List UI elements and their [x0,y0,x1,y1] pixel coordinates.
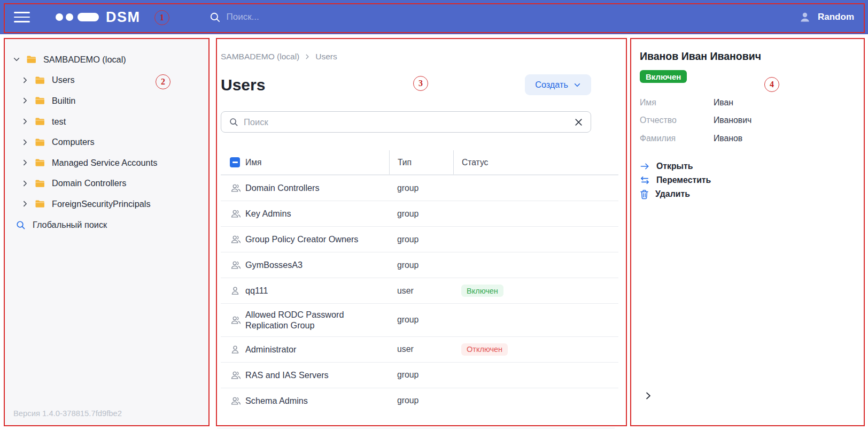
logo-dot-icon [66,13,73,21]
table-row[interactable]: Administrator user Отключен [221,336,618,362]
global-search-label: Глобальный поиск [33,220,107,230]
page-title: Users [221,76,265,94]
chevron-right-icon[interactable] [21,139,29,146]
chevron-right-icon[interactable] [21,159,29,166]
row-type: user [397,286,414,296]
details-panel: Иванов Иван Иванович Включен Имя Иван От… [630,38,865,426]
group-icon [230,370,245,380]
arrow-right-icon [640,162,650,171]
sidebar-panel: SAMBADEMO (local) Users Builtin test Com [4,38,210,426]
tree-item-foreign-security-principals[interactable]: ForeignSecurityPrincipals [5,194,208,214]
table-row[interactable]: qq111 user Включен [221,278,618,303]
row-type: user [397,344,414,354]
tree-item-computers[interactable]: Computers [5,132,208,152]
chevron-right-icon[interactable] [21,76,29,84]
column-header-type[interactable]: Тип [389,150,453,174]
clear-search-icon[interactable] [574,118,583,127]
chevron-down-icon [574,81,581,89]
field-label: Отчество [640,116,714,125]
tree-item-label: Computers [52,137,95,147]
folder-icon [35,117,45,126]
move-action-label: Переместить [656,175,711,185]
field-value: Иванович [714,116,751,125]
field-value: Иван [714,98,733,107]
folder-icon [35,158,45,167]
folder-icon [35,76,45,85]
breadcrumb: SAMBADEMO (local) Users [221,52,626,62]
move-action[interactable]: Переместить [640,175,864,185]
tree-item-test[interactable]: test [5,111,208,132]
table-row[interactable]: RAS and IAS Servers group [221,362,618,388]
open-action-label: Открыть [656,162,693,171]
swap-icon [640,176,650,185]
trash-icon [640,189,649,199]
row-name: Administrator [245,339,303,360]
table-search-input[interactable] [244,117,574,127]
row-type: group [397,396,418,405]
column-header-status[interactable]: Статус [453,150,618,174]
status-badge: Включен [461,285,503,297]
select-all-checkbox[interactable] [230,157,240,167]
tree-item-users[interactable]: Users [5,70,208,91]
chevron-right-icon[interactable] [21,200,29,208]
chevron-right-icon[interactable] [21,97,29,104]
field-label: Фамилия [640,134,714,143]
row-name: Group Policy Creator Owners [245,228,365,250]
delete-action[interactable]: Удалить [640,189,864,199]
table-row[interactable]: Schema Admins group [221,388,618,413]
user-menu[interactable]: Random [799,11,854,24]
row-name: Schema Admins [245,390,314,411]
breadcrumb-root[interactable]: SAMBADEMO (local) [221,52,299,62]
create-button-label: Создать [535,80,568,90]
row-name: qq111 [245,280,275,301]
row-type: group [397,183,418,193]
table-row[interactable]: Domain Controllers group [221,175,618,201]
table-row[interactable]: GymBossesA3 group [221,252,618,278]
search-icon [229,117,238,127]
user-name: Random [818,12,854,22]
column-header-name[interactable]: Имя [245,158,389,167]
group-icon [230,209,245,219]
group-icon [230,315,245,325]
tree-item-managed-service-accounts[interactable]: Managed Service Accounts [5,152,208,173]
chevron-right-icon[interactable] [21,118,29,125]
row-type: group [397,209,418,219]
search-icon [209,11,221,23]
logo-pill-icon [78,13,99,21]
status-badge: Отключен [461,343,508,356]
details-fields: Имя Иван Отчество Иванович Фамилия Ивано… [640,94,864,148]
tree-item-label: Managed Service Accounts [52,158,157,168]
chevron-right-icon[interactable] [21,180,29,187]
details-actions: Открыть Переместить Удалить [640,162,864,199]
chevron-down-icon[interactable] [13,56,20,63]
folder-icon [35,199,45,208]
hamburger-menu-icon[interactable] [14,12,30,22]
create-button[interactable]: Создать [525,74,591,95]
table-row[interactable]: Allowed RODC Password Replication Group … [221,303,618,336]
divider [217,428,615,428]
open-action[interactable]: Открыть [640,162,864,171]
status-badge: Включен [640,70,687,83]
screen: DSM Random SAMBADEMO (local) Users [0,0,868,430]
folder-icon [35,138,45,147]
tree-item-domain-controllers[interactable]: Domain Controllers [5,173,208,194]
table-search-box [221,111,591,133]
table-row[interactable]: Group Policy Creator Owners group [221,226,618,252]
row-name: GymBossesA3 [245,254,309,275]
row-name: Allowed RODC Password Replication Group [245,304,368,336]
sidebar-item-global-search[interactable]: Глобальный поиск [5,214,208,235]
dsm-logo: DSM [56,9,141,26]
folder-icon [35,179,45,188]
tree-item-label: SAMBADEMO (local) [43,55,126,65]
header-search-input[interactable] [227,12,366,22]
user-icon [799,11,811,24]
field-label: Имя [640,98,714,107]
collapse-panel-chevron-icon[interactable] [644,391,653,401]
folder-icon [35,96,45,105]
table-header-row: Имя Тип Статус [221,150,618,175]
search-icon [15,220,26,230]
tree-item-builtin[interactable]: Builtin [5,90,208,111]
tree-item-sambademo[interactable]: SAMBADEMO (local) [5,49,208,70]
delete-action-label: Удалить [655,189,690,199]
table-row[interactable]: Key Admins group [221,201,618,226]
